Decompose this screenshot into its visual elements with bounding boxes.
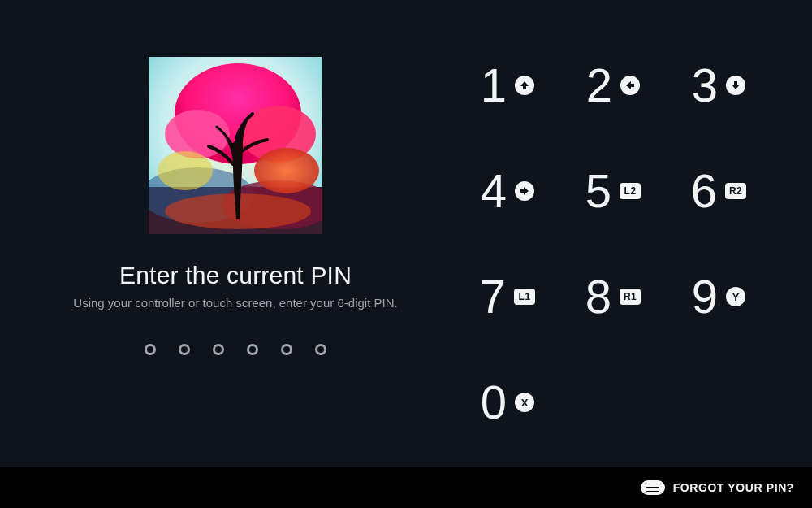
digit-label: 5 (585, 167, 611, 215)
pin-dot (213, 344, 224, 355)
pin-dot (145, 344, 156, 355)
keypad-key-6[interactable]: 6 R2 (666, 138, 771, 244)
svg-point-9 (158, 151, 213, 190)
avatar (149, 57, 322, 234)
digit-label: 4 (481, 167, 507, 215)
menu-icon (641, 480, 665, 495)
digit-label: 6 (691, 167, 717, 215)
footer-bar: FORGOT YOUR PIN? (0, 467, 812, 508)
pin-entry-screen: Enter the current PIN Using your control… (0, 0, 812, 508)
keypad-key-4[interactable]: 4 (455, 138, 560, 244)
keypad-key-3[interactable]: 3 (666, 33, 771, 138)
left-panel: Enter the current PIN Using your control… (41, 24, 430, 451)
r1-badge-icon: R1 (620, 289, 641, 305)
keypad: 1 2 3 4 (455, 24, 771, 451)
arrow-up-icon (515, 76, 534, 95)
digit-label: 1 (481, 62, 507, 109)
keypad-key-5[interactable]: 5 L2 (560, 138, 666, 244)
l1-badge-icon: L1 (514, 289, 535, 305)
digit-label: 9 (692, 273, 718, 320)
content-row: Enter the current PIN Using your control… (0, 0, 812, 451)
arrow-left-icon (620, 76, 640, 95)
digit-label: 0 (481, 379, 507, 426)
l2-badge-icon: L2 (620, 183, 641, 199)
svg-point-8 (254, 148, 319, 193)
pin-dot (281, 344, 292, 355)
digit-label: 7 (480, 273, 506, 320)
arrow-down-icon (726, 76, 745, 95)
y-button-icon: Y (726, 287, 745, 306)
r2-badge-icon: R2 (725, 183, 746, 199)
pin-dots (145, 344, 326, 355)
page-title: Enter the current PIN (119, 262, 352, 289)
keypad-key-1[interactable]: 1 (455, 33, 560, 138)
digit-label: 3 (692, 62, 718, 109)
keypad-key-9[interactable]: 9 Y (666, 244, 771, 350)
keypad-key-8[interactable]: 8 R1 (560, 244, 666, 350)
forgot-pin-button[interactable]: FORGOT YOUR PIN? (641, 480, 794, 495)
arrow-right-icon (515, 181, 534, 201)
keypad-key-7[interactable]: 7 L1 (455, 244, 560, 350)
forgot-pin-label: FORGOT YOUR PIN? (673, 481, 794, 494)
keypad-key-0[interactable]: 0 X (455, 350, 560, 455)
digit-label: 8 (585, 273, 611, 320)
digit-label: 2 (586, 62, 612, 109)
pin-dot (247, 344, 258, 355)
keypad-key-2[interactable]: 2 (560, 33, 666, 138)
pin-dot (179, 344, 190, 355)
x-button-icon: X (515, 393, 534, 412)
page-subtitle: Using your controller or touch screen, e… (73, 296, 397, 310)
pin-dot (315, 344, 326, 355)
